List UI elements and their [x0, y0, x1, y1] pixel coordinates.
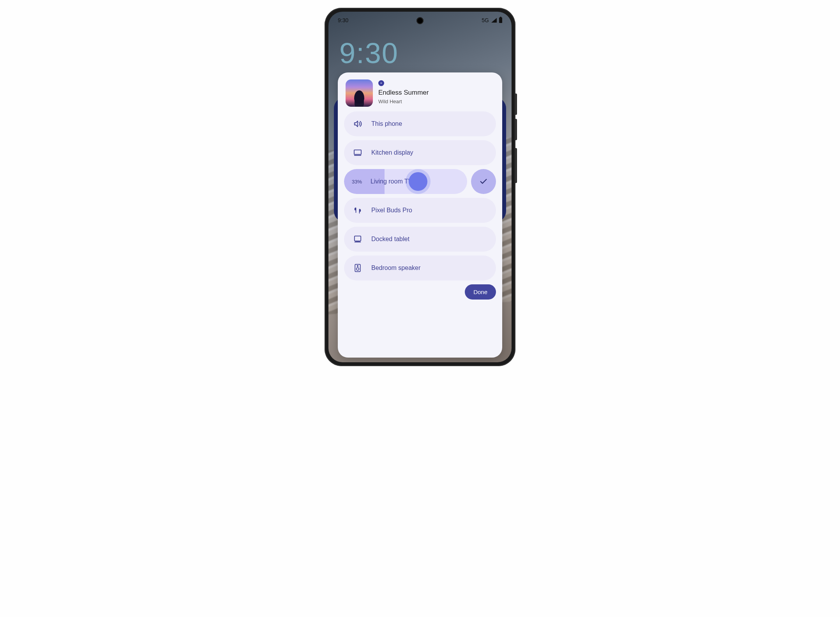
- device-bedroom-speaker[interactable]: Bedroom speaker: [344, 256, 496, 280]
- track-title: Endless Summer: [378, 89, 429, 97]
- album-art: [346, 79, 373, 107]
- spotify-icon: ≡: [378, 80, 384, 86]
- device-label: Pixel Buds Pro: [371, 207, 412, 214]
- earbuds-icon: [352, 206, 364, 214]
- device-this-phone[interactable]: This phone: [344, 111, 496, 136]
- device-label: Docked tablet: [371, 236, 409, 243]
- done-button[interactable]: Done: [465, 284, 496, 300]
- device-label: Bedroom speaker: [371, 264, 420, 271]
- power-hw-button: [515, 148, 517, 183]
- svg-rect-1: [354, 150, 361, 155]
- svg-point-6: [356, 268, 359, 270]
- svg-marker-0: [355, 121, 358, 127]
- device-label: This phone: [371, 120, 402, 127]
- status-network-label: 5G: [482, 17, 489, 23]
- device-kitchen-display[interactable]: Kitchen display: [344, 140, 496, 165]
- phone-frame: 9:30 5G 9:30 ≡ Endless Summer Wild Heart: [325, 8, 515, 366]
- device-label: Kitchen display: [371, 149, 413, 156]
- screen: 9:30 5G 9:30 ≡ Endless Summer Wild Heart: [328, 12, 512, 362]
- lockscreen-clock: 9:30: [339, 37, 399, 70]
- camera-hole: [416, 17, 424, 24]
- volume-up-hw-button: [515, 93, 517, 115]
- status-time: 9:30: [338, 17, 348, 23]
- battery-icon: [499, 18, 502, 23]
- display-icon: [352, 149, 364, 156]
- device-selected-check-button[interactable]: [471, 169, 496, 194]
- tablet-icon: [352, 235, 364, 243]
- media-header: ≡ Endless Summer Wild Heart: [344, 79, 496, 107]
- output-switcher-panel: ≡ Endless Summer Wild Heart This phone: [338, 72, 502, 358]
- volume-percent-label: 33%: [352, 179, 364, 185]
- svg-point-5: [357, 266, 358, 267]
- check-icon: [479, 177, 488, 186]
- signal-icon: [491, 18, 497, 23]
- svg-rect-3: [355, 236, 361, 241]
- device-docked-tablet[interactable]: Docked tablet: [344, 227, 496, 252]
- device-pixel-buds-pro[interactable]: Pixel Buds Pro: [344, 198, 496, 223]
- device-list: This phone Kitchen display: [344, 111, 496, 280]
- track-artist: Wild Heart: [378, 99, 429, 104]
- device-living-room-tv[interactable]: 33% Living room TV: [344, 169, 467, 194]
- speaker-icon: [352, 264, 364, 272]
- volume-slider-thumb[interactable]: [409, 172, 427, 191]
- volume-icon: [352, 120, 364, 128]
- device-label: Living room TV: [371, 178, 412, 185]
- volume-down-hw-button: [515, 119, 517, 140]
